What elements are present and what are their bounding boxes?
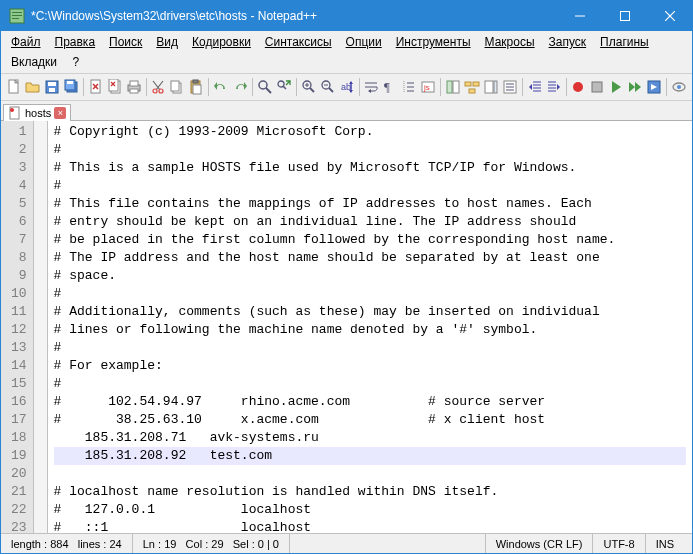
file-tab-hosts[interactable]: hosts × bbox=[3, 104, 71, 121]
menu-edit[interactable]: Правка bbox=[49, 33, 102, 51]
titlebar: *C:\Windows\System32\drivers\etc\hosts -… bbox=[1, 1, 692, 31]
indent-guide-button[interactable] bbox=[400, 76, 418, 98]
lang-button[interactable]: js bbox=[419, 76, 437, 98]
tab-close-button[interactable]: × bbox=[54, 107, 66, 119]
wordwrap-button[interactable] bbox=[362, 76, 380, 98]
svg-point-28 bbox=[159, 89, 163, 93]
svg-rect-33 bbox=[193, 85, 201, 94]
svg-point-81 bbox=[10, 108, 14, 112]
file-tab-label: hosts bbox=[25, 107, 51, 119]
svg-rect-57 bbox=[453, 81, 459, 93]
status-bar: length : 884 lines : 24 Ln : 19 Col : 29… bbox=[1, 533, 692, 553]
svg-point-34 bbox=[259, 81, 267, 89]
svg-line-43 bbox=[329, 88, 333, 92]
macro-play-button[interactable] bbox=[607, 76, 625, 98]
svg-text:¶: ¶ bbox=[384, 79, 390, 94]
svg-rect-32 bbox=[193, 80, 198, 83]
svg-text:js: js bbox=[423, 83, 430, 92]
minimize-button[interactable] bbox=[557, 1, 602, 31]
menu-search[interactable]: Поиск bbox=[103, 33, 148, 51]
macro-stop-button[interactable] bbox=[588, 76, 606, 98]
svg-rect-61 bbox=[485, 81, 493, 93]
menu-tabs[interactable]: Вкладки bbox=[5, 53, 63, 71]
monitor-button[interactable] bbox=[670, 76, 688, 98]
close-file-button[interactable] bbox=[87, 76, 105, 98]
svg-point-75 bbox=[573, 82, 583, 92]
open-file-button[interactable] bbox=[24, 76, 42, 98]
copy-button[interactable] bbox=[168, 76, 186, 98]
folder-tree-button[interactable] bbox=[463, 76, 481, 98]
macro-play-multi-button[interactable] bbox=[626, 76, 644, 98]
cut-button[interactable] bbox=[149, 76, 167, 98]
menu-file[interactable]: Файл bbox=[5, 33, 47, 51]
svg-rect-2 bbox=[12, 15, 22, 16]
paste-button[interactable] bbox=[187, 76, 205, 98]
menu-macros[interactable]: Макросы bbox=[479, 33, 541, 51]
svg-point-79 bbox=[677, 85, 681, 89]
svg-point-27 bbox=[153, 89, 157, 93]
indent-more-button[interactable] bbox=[545, 76, 563, 98]
svg-rect-59 bbox=[473, 82, 479, 86]
undo-button[interactable] bbox=[212, 76, 230, 98]
close-all-button[interactable] bbox=[106, 76, 124, 98]
svg-line-39 bbox=[310, 88, 314, 92]
menu-plugins[interactable]: Плагины bbox=[594, 33, 655, 51]
sync-v-button[interactable]: ab bbox=[338, 76, 356, 98]
save-all-button[interactable] bbox=[62, 76, 80, 98]
doc-list-button[interactable] bbox=[501, 76, 519, 98]
status-position: Ln : 19 Col : 29 Sel : 0 | 0 bbox=[133, 534, 290, 553]
zoom-out-button[interactable] bbox=[319, 76, 337, 98]
window-title: *C:\Windows\System32\drivers\etc\hosts -… bbox=[31, 9, 557, 23]
fold-margin bbox=[34, 121, 48, 533]
macro-record-button[interactable] bbox=[569, 76, 587, 98]
svg-rect-62 bbox=[494, 81, 497, 93]
macro-save-button[interactable] bbox=[645, 76, 663, 98]
svg-rect-58 bbox=[465, 82, 471, 86]
show-all-chars-button[interactable]: ¶ bbox=[381, 76, 399, 98]
svg-rect-60 bbox=[469, 89, 475, 93]
status-length: length : 884 lines : 24 bbox=[1, 534, 133, 553]
print-button[interactable] bbox=[125, 76, 143, 98]
new-file-button[interactable] bbox=[5, 76, 23, 98]
zoom-in-button[interactable] bbox=[300, 76, 318, 98]
toolbar: ab ¶ js bbox=[1, 73, 692, 101]
svg-rect-14 bbox=[67, 81, 73, 84]
file-tab-bar: hosts × bbox=[1, 101, 692, 121]
line-number-gutter: 123456789101112131415161718192021222324 bbox=[1, 121, 34, 533]
menu-run[interactable]: Запуск bbox=[543, 33, 593, 51]
svg-rect-10 bbox=[48, 82, 56, 86]
menu-options[interactable]: Опции bbox=[340, 33, 388, 51]
svg-line-37 bbox=[283, 86, 286, 89]
menubar-row2: Вкладки ? bbox=[1, 53, 692, 73]
menu-help[interactable]: ? bbox=[66, 53, 85, 71]
editor-area[interactable]: 123456789101112131415161718192021222324 … bbox=[1, 121, 692, 533]
svg-rect-76 bbox=[592, 82, 602, 92]
status-eol[interactable]: Windows (CR LF) bbox=[486, 534, 594, 553]
svg-rect-5 bbox=[620, 12, 629, 21]
doc-map-button[interactable] bbox=[482, 76, 500, 98]
svg-rect-30 bbox=[171, 81, 179, 91]
close-button[interactable] bbox=[647, 1, 692, 31]
svg-rect-23 bbox=[130, 81, 138, 86]
status-edit-mode[interactable]: INS bbox=[646, 534, 692, 553]
file-modified-icon bbox=[8, 106, 22, 120]
menu-view[interactable]: Вид bbox=[150, 33, 184, 51]
menu-tools[interactable]: Инструменты bbox=[390, 33, 477, 51]
menu-encoding[interactable]: Кодировки bbox=[186, 33, 257, 51]
redo-button[interactable] bbox=[231, 76, 249, 98]
replace-button[interactable] bbox=[275, 76, 293, 98]
svg-rect-11 bbox=[49, 88, 55, 92]
menubar: Файл Правка Поиск Вид Кодировки Синтакси… bbox=[1, 31, 692, 53]
svg-rect-24 bbox=[130, 89, 138, 93]
find-button[interactable] bbox=[256, 76, 274, 98]
status-encoding[interactable]: UTF-8 bbox=[593, 534, 645, 553]
code-content[interactable]: # Copyright (c) 1993-2009 Microsoft Corp… bbox=[48, 121, 692, 533]
indent-less-button[interactable] bbox=[526, 76, 544, 98]
svg-rect-3 bbox=[12, 18, 19, 19]
maximize-button[interactable] bbox=[602, 1, 647, 31]
app-icon bbox=[9, 8, 25, 24]
menu-syntax[interactable]: Синтаксисы bbox=[259, 33, 338, 51]
save-button[interactable] bbox=[43, 76, 61, 98]
svg-rect-1 bbox=[12, 12, 22, 13]
func-list-button[interactable] bbox=[444, 76, 462, 98]
